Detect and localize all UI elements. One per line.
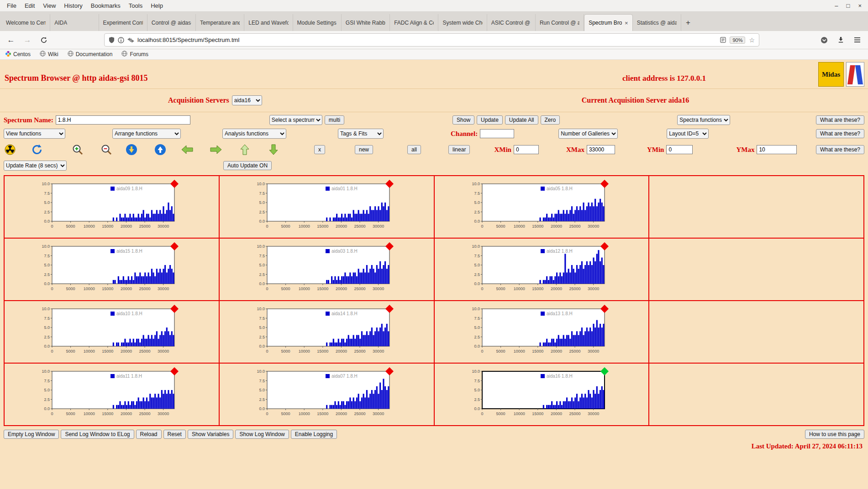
menu-history[interactable]: History: [60, 1, 86, 10]
spectrum-plot[interactable]: 0.02.55.07.510.0050001000015000200002500…: [253, 180, 400, 234]
zoom-out-icon[interactable]: [100, 143, 113, 156]
spectrum-plot[interactable]: 0.02.55.07.510.0050001000015000200002500…: [38, 305, 184, 359]
what-are-these-button[interactable]: What are these?: [816, 129, 864, 138]
zero-button[interactable]: Zero: [541, 115, 560, 125]
menu-edit[interactable]: Edit: [21, 1, 39, 10]
gallery-cell-aida11[interactable]: 0.02.55.07.510.0050001000015000200002500…: [4, 363, 219, 426]
menu-tools[interactable]: Tools: [125, 1, 147, 10]
empty-log-window-button[interactable]: Empty Log Window: [4, 430, 59, 439]
bookmark-documentation[interactable]: Documentation: [68, 51, 113, 58]
new-button[interactable]: new: [355, 145, 373, 154]
midas-logo[interactable]: Midas: [818, 62, 844, 87]
spectrum-plot[interactable]: 0.02.55.07.510.0050001000015000200002500…: [468, 180, 615, 234]
menu-icon[interactable]: [851, 34, 863, 47]
tab-system-wide-che[interactable]: System wide Che: [438, 14, 487, 31]
spectrum-plot[interactable]: 0.02.55.07.510.0050001000015000200002500…: [468, 243, 615, 297]
show-variables-button[interactable]: Show Variables: [188, 430, 234, 439]
spectrum-plot[interactable]: 0.02.55.07.510.0050001000015000200002500…: [253, 305, 400, 359]
xmax-input[interactable]: [587, 145, 615, 154]
ymax-input[interactable]: [757, 145, 797, 154]
how-to-use-button[interactable]: How to use this page: [805, 430, 864, 439]
bookmark-wiki[interactable]: Wiki: [40, 51, 58, 58]
update-button[interactable]: Update: [477, 115, 503, 125]
x-button[interactable]: x: [314, 145, 325, 154]
all-button[interactable]: all: [407, 145, 421, 154]
acquisition-server-dropdown[interactable]: aida16: [232, 95, 262, 105]
enable-logging-button[interactable]: Enable Logging: [291, 430, 337, 439]
gallery-cell-aida16[interactable]: 0.02.55.07.510.0050001000015000200002500…: [434, 363, 649, 426]
new-tab-button[interactable]: +: [681, 15, 695, 31]
downloads-icon[interactable]: [834, 34, 847, 47]
next-arrow-icon[interactable]: [210, 143, 222, 156]
tab-statistics-aida[interactable]: Statistics @ aida: [633, 14, 681, 31]
spectrum-plot[interactable]: 0.02.55.07.510.0050001000015000200002500…: [253, 368, 400, 421]
multi-button[interactable]: multi: [325, 115, 344, 125]
shield-icon[interactable]: [109, 36, 115, 43]
gallery-cell-aida14[interactable]: 0.02.55.07.510.0050001000015000200002500…: [219, 301, 434, 363]
tab-experiment-cont[interactable]: Experiment Cont: [99, 14, 147, 31]
select-spectrum-dropdown[interactable]: Select a spectrum: [269, 115, 322, 125]
spectra-functions-dropdown[interactable]: Spectra functions: [677, 115, 730, 125]
page-info-icon[interactable]: [118, 37, 124, 43]
tab-close-icon[interactable]: ×: [622, 20, 628, 26]
spectrum-plot[interactable]: 0.02.55.07.510.0050001000015000200002500…: [38, 368, 184, 421]
tab-module-settings[interactable]: Module Settings: [293, 14, 342, 31]
gallery-cell-aida01[interactable]: 0.02.55.07.510.0050001000015000200002500…: [219, 176, 434, 238]
tab-led-and-wavefor[interactable]: LED and Wavefor: [244, 14, 293, 31]
spectrum-plot[interactable]: 0.02.55.07.510.0050001000015000200002500…: [38, 180, 184, 234]
reader-mode-icon[interactable]: [720, 37, 726, 43]
gallery-cell-aida03[interactable]: 0.02.55.07.510.0050001000015000200002500…: [219, 238, 434, 301]
spectrum-plot[interactable]: 0.02.55.07.510.0050001000015000200002500…: [253, 243, 400, 297]
reload-button[interactable]: Reload: [136, 430, 162, 439]
what-are-these-button[interactable]: What are these?: [816, 115, 864, 125]
bookmark-forums[interactable]: Forums: [121, 51, 148, 58]
refresh-icon[interactable]: [31, 143, 43, 156]
bookmark-star-icon[interactable]: ☆: [749, 36, 755, 44]
radiation-icon[interactable]: [4, 143, 16, 156]
menu-file[interactable]: File: [3, 1, 21, 10]
up-arrow-icon[interactable]: [238, 143, 251, 156]
forward-button[interactable]: →: [21, 34, 34, 47]
what-are-these-button[interactable]: What are these?: [816, 145, 864, 154]
move-down-icon[interactable]: [125, 143, 138, 156]
pocket-icon[interactable]: [818, 34, 831, 47]
fair-logo[interactable]: [846, 62, 864, 87]
tab-spectrum-brow[interactable]: Spectrum Brow×: [584, 14, 632, 31]
layout-id-dropdown[interactable]: Layout ID=5: [667, 129, 709, 139]
ymin-input[interactable]: [666, 145, 693, 154]
bookmark-centos[interactable]: Centos: [5, 51, 31, 58]
zoom-in-icon[interactable]: [71, 143, 84, 156]
move-up-icon[interactable]: [154, 143, 167, 156]
down-arrow-icon[interactable]: [267, 143, 280, 156]
update-all-button[interactable]: Update All: [505, 115, 538, 125]
gallery-cell-aida09[interactable]: 0.02.55.07.510.0050001000015000200002500…: [4, 176, 219, 238]
menu-help[interactable]: Help: [147, 1, 167, 10]
gallery-cell-aida07[interactable]: 0.02.55.07.510.0050001000015000200002500…: [219, 363, 434, 426]
tab-temperature-and[interactable]: Temperature and: [196, 14, 244, 31]
maximize-button[interactable]: □: [847, 2, 850, 9]
gallery-cell-aida13[interactable]: 0.02.55.07.510.0050001000015000200002500…: [434, 301, 649, 363]
number-of-galleries-dropdown[interactable]: Number of Galleries: [558, 129, 618, 139]
reload-button[interactable]: [37, 34, 50, 47]
gallery-cell-aida12[interactable]: 0.02.55.07.510.0050001000015000200002500…: [434, 238, 649, 301]
arrange-functions-dropdown[interactable]: Arrange functions: [112, 129, 181, 139]
tab-asic-control-a[interactable]: ASIC Control @ a: [487, 14, 536, 31]
tab-control-aidas[interactable]: Control @ aidas-: [147, 14, 196, 31]
tab-welcome-to-cent[interactable]: Welcome to Cent: [2, 14, 50, 31]
show-button[interactable]: Show: [452, 115, 474, 125]
menu-bookmarks[interactable]: Bookmarks: [87, 1, 125, 10]
linear-button[interactable]: linear: [448, 145, 470, 154]
back-button[interactable]: ←: [5, 34, 17, 47]
view-functions-dropdown[interactable]: View functions: [4, 129, 65, 139]
reset-button[interactable]: Reset: [163, 430, 186, 439]
spectrum-plot[interactable]: 0.02.55.07.510.0050001000015000200002500…: [468, 368, 615, 421]
spectrum-plot[interactable]: 0.02.55.07.510.0050001000015000200002500…: [468, 305, 615, 359]
gallery-cell-aida10[interactable]: 0.02.55.07.510.0050001000015000200002500…: [4, 301, 219, 363]
tab-aida[interactable]: AIDA: [50, 14, 99, 31]
show-log-window-button[interactable]: Show Log Window: [235, 430, 289, 439]
permissions-icon[interactable]: [127, 37, 134, 43]
tab-gsi-white-rabbit[interactable]: GSI White Rabbit: [342, 14, 390, 31]
tab-fadc-align-co[interactable]: FADC Align & Co: [390, 14, 438, 31]
gallery-cell-aida05[interactable]: 0.02.55.07.510.0050001000015000200002500…: [434, 176, 649, 238]
spectrum-plot[interactable]: 0.02.55.07.510.0050001000015000200002500…: [38, 243, 184, 297]
